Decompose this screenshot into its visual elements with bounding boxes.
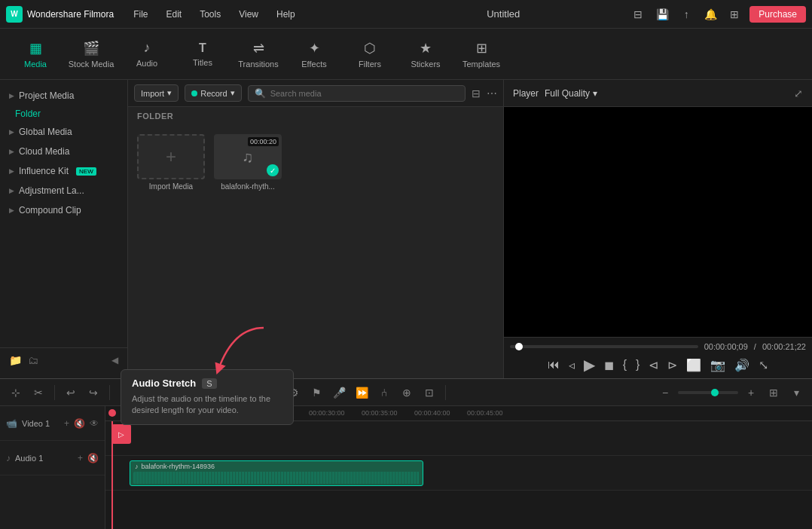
list-item[interactable]: ♫ 00:00:20 ✓ balafonk-rhyth... [214, 134, 282, 191]
zoom-track[interactable] [678, 391, 738, 394]
more-options-button[interactable]: ▾ [786, 383, 806, 402]
arrow-icon: ▶ [9, 206, 14, 214]
notification-icon[interactable]: 🔔 [701, 5, 719, 23]
stickers-icon: ★ [420, 40, 432, 57]
expand-player-icon[interactable]: ⤢ [794, 87, 803, 99]
menu-edit[interactable]: Edit [159, 6, 190, 23]
trim-tool-button[interactable]: ✂ [29, 383, 48, 402]
split-icon[interactable]: ⑃ [374, 383, 394, 402]
tab-audio[interactable]: ♪ Audio [121, 32, 173, 77]
mute-track-icon[interactable]: 🔇 [87, 453, 99, 463]
select-tool-button[interactable]: ⊹ [6, 383, 26, 402]
check-icon: ✓ [267, 164, 279, 176]
frame-back-icon[interactable]: ◃ [569, 358, 575, 372]
tab-templates[interactable]: ⊞ Templates [455, 32, 508, 77]
toolbar-separator [109, 385, 110, 400]
tab-transitions[interactable]: ⇌ Transitions [232, 32, 285, 77]
tab-stickers[interactable]: ★ Stickers [399, 32, 452, 77]
monitor-icon[interactable]: ⬜ [686, 358, 701, 372]
list-item[interactable]: + Import Media [137, 134, 205, 191]
media-toolbar: Import ▾ Record ▾ 🔍 ⊟ ⋯ [128, 80, 503, 107]
timeline-tracks-header: 📹 Video 1 + 🔇 👁 ♪ Audio 1 + 🔇 [0, 406, 105, 529]
new-badge: NEW [76, 167, 96, 176]
mute-track-icon[interactable]: 🔇 [74, 418, 85, 429]
zoom-out-button[interactable]: − [655, 383, 675, 402]
tab-media[interactable]: ▦ Media [9, 32, 62, 77]
music-icon: ♪ [6, 453, 11, 463]
search-input[interactable] [270, 89, 459, 98]
progress-track[interactable] [510, 345, 698, 348]
more-options-icon[interactable]: ⋯ [487, 87, 497, 99]
undo-button[interactable]: ↩ [61, 383, 81, 402]
crop-icon[interactable]: ⊡ [420, 383, 439, 402]
sidebar-item-project-media[interactable]: ▶ Project Media [0, 86, 127, 105]
quality-select[interactable]: Full Quality ▾ [545, 88, 597, 99]
speed-icon[interactable]: ⏩ [352, 383, 371, 402]
import-label: Import [141, 89, 164, 98]
arrow-icon: ▶ [9, 167, 14, 175]
tab-filters[interactable]: ⬡ Filters [343, 32, 396, 77]
tab-titles[interactable]: T Titles [176, 32, 229, 77]
sidebar-item-compound-clip[interactable]: ▶ Compound Clip [0, 200, 127, 220]
volume-icon[interactable]: 🔊 [734, 358, 749, 372]
remove-folder-icon[interactable]: 🗂 [28, 354, 38, 366]
voice-icon[interactable]: 🎤 [329, 383, 349, 402]
sidebar-folder-active[interactable]: Folder [0, 105, 127, 122]
sidebar-item-cloud-media[interactable]: ▶ Cloud Media [0, 142, 127, 161]
menu-tools[interactable]: Tools [192, 6, 228, 23]
add-track-icon[interactable]: + [78, 453, 83, 463]
toolbar-separator [445, 385, 446, 400]
fullscreen-icon[interactable]: ⤡ [759, 358, 768, 372]
add-track-icon[interactable]: ⊕ [397, 383, 417, 402]
arrow-icon: ▶ [9, 128, 14, 136]
audio-file-thumb: ♫ 00:00:20 ✓ [214, 134, 282, 179]
add-folder-icon[interactable]: 📁 [9, 354, 22, 366]
chevron-down-icon: ▾ [230, 88, 235, 98]
zoom-in-button[interactable]: + [741, 383, 761, 402]
minimize-icon[interactable]: ⊟ [629, 5, 647, 23]
sidebar-item-adjustment[interactable]: ▶ Adjustment La... [0, 181, 127, 200]
search-box: 🔍 [248, 85, 466, 102]
hide-track-icon[interactable]: 👁 [90, 418, 99, 429]
grid-icon[interactable]: ⊞ [725, 5, 743, 23]
mark-out-icon[interactable]: } [636, 358, 640, 372]
mark-in-icon[interactable]: { [623, 358, 627, 372]
tab-effects[interactable]: ✦ Effects [288, 32, 340, 77]
grid-view-button[interactable]: ⊞ [764, 383, 783, 402]
menu-view[interactable]: View [231, 6, 266, 23]
player-controls-bar: 00:00:00;09 / 00:00:21;22 ⏮ ◃ ▶ ◼ { } ⊲ … [504, 337, 812, 378]
audio-track-header: ♪ Audio 1 + 🔇 [0, 441, 105, 475]
tab-stock-media[interactable]: 🎬 Stock Media [65, 32, 118, 77]
redo-button[interactable]: ↪ [84, 383, 103, 402]
audio-clip[interactable]: ♪ balafonk-rhythm-148936 [130, 460, 423, 486]
stop-icon[interactable]: ◼ [604, 358, 614, 372]
add-track-icon[interactable]: + [64, 418, 69, 429]
effects-icon: ✦ [309, 40, 320, 57]
sidebar-item-global-media[interactable]: ▶ Global Media [0, 122, 127, 142]
player-panel: Player Full Quality ▾ ⤢ 00:00:00;09 / 00… [503, 80, 812, 378]
purchase-button[interactable]: Purchase [749, 6, 806, 23]
record-dot [191, 90, 197, 96]
sidebar-collapse-icon[interactable]: ◀ [111, 355, 118, 365]
marker-icon[interactable]: ⚑ [307, 383, 326, 402]
record-button[interactable]: Record ▾ [185, 84, 241, 102]
menu-file[interactable]: File [126, 6, 155, 23]
sidebar-item-influence-kit[interactable]: ▶ Influence Kit NEW [0, 161, 127, 181]
tab-filters-label: Filters [359, 60, 381, 69]
prev-frame-icon[interactable]: ⊲ [649, 358, 658, 372]
quality-label: Full Quality [545, 88, 590, 99]
media-duration: 00:00:20 [248, 137, 279, 146]
sidebar-label-cloud-media: Cloud Media [19, 146, 69, 157]
filter-icon[interactable]: ⊟ [472, 87, 481, 99]
music-note-icon: ♫ [243, 148, 254, 166]
save-icon[interactable]: 💾 [653, 5, 671, 23]
import-button[interactable]: Import ▾ [134, 84, 179, 102]
menu-help[interactable]: Help [269, 6, 303, 23]
zoom-control: − + [655, 383, 761, 402]
skip-back-icon[interactable]: ⏮ [548, 358, 560, 372]
audio-waveform [133, 472, 420, 484]
upload-icon[interactable]: ↑ [677, 5, 695, 23]
play-icon[interactable]: ▶ [584, 356, 595, 374]
next-frame-icon[interactable]: ⊳ [667, 358, 677, 372]
camera-capture-icon[interactable]: 📷 [710, 358, 725, 372]
